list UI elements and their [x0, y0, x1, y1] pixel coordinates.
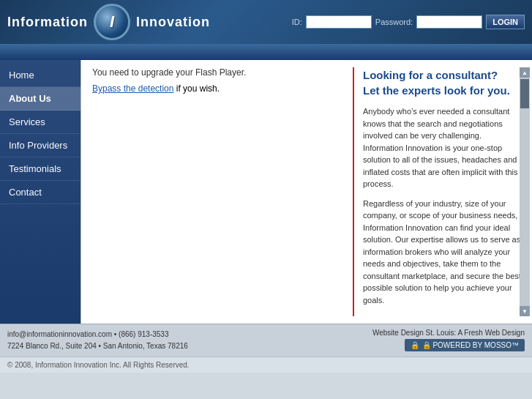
login-area: ID: Password: LOGIN [292, 15, 525, 29]
sidebar: Home About Us Services Info Providers Te… [0, 60, 80, 324]
footer-address: 7224 Blanco Rd., Suite 204 • San Antonio… [7, 340, 188, 352]
sidebar-item-contact[interactable]: Contact [0, 181, 80, 204]
consultant-paragraph-2: Regardless of your industry, size of you… [363, 198, 521, 307]
logo-circle: I [94, 4, 130, 40]
content-area: You need to upgrade your Flash Player. B… [80, 60, 532, 324]
website-design-text: Website Design St. Louis: A Fresh Web De… [372, 329, 525, 337]
flash-warning: You need to upgrade your Flash Player. [92, 67, 345, 78]
logo-letter: I [110, 12, 114, 31]
consultant-heading: Looking for a consultant? Let the expert… [363, 67, 521, 98]
copyright-bar: © 2008, Information Innovation Inc. All … [0, 357, 532, 373]
scrollbar[interactable]: ▲ ▼ [520, 67, 530, 316]
sidebar-item-testimonials[interactable]: Testimonials [0, 157, 80, 181]
password-label: Password: [375, 18, 413, 26]
navbar [0, 44, 532, 60]
logo-area: Information I Innovation [0, 4, 210, 40]
powered-by-text: 🔒 POWERED BY MOSSO™ [422, 341, 519, 349]
sidebar-item-services[interactable]: Services [0, 111, 80, 134]
lock-icon: 🔒 [411, 341, 419, 349]
login-button[interactable]: LOGIN [486, 15, 525, 29]
bypass-suffix: if you wish. [173, 83, 220, 94]
bypass-section: Bypass the detection if you wish. [92, 83, 345, 94]
password-input[interactable] [416, 15, 482, 29]
consultant-paragraph-1: Anybody who’s ever needed a consultant k… [363, 105, 521, 190]
id-input[interactable] [306, 15, 372, 29]
id-label: ID: [292, 18, 302, 26]
sidebar-item-home[interactable]: Home [0, 64, 80, 87]
content-right: Looking for a consultant? Let the expert… [353, 67, 521, 316]
sidebar-item-about-us[interactable]: About Us [0, 87, 80, 111]
footer-left: info@informationinnovation.com • (866) 9… [7, 329, 188, 352]
bypass-link[interactable]: Bypass the detection [92, 83, 173, 94]
footer-bar: info@informationinnovation.com • (866) 9… [0, 324, 532, 357]
mosso-badge: 🔒 🔒 POWERED BY MOSSO™ [405, 339, 525, 351]
scrollbar-thumb[interactable] [520, 79, 529, 108]
sidebar-item-info-providers[interactable]: Info Providers [0, 134, 80, 157]
footer-contact: info@informationinnovation.com • (866) 9… [7, 329, 188, 340]
scrollbar-up-button[interactable]: ▲ [520, 67, 530, 78]
main-layout: Home About Us Services Info Providers Te… [0, 60, 532, 324]
footer-right: Website Design St. Louis: A Fresh Web De… [372, 329, 525, 351]
content-left: You need to upgrade your Flash Player. B… [92, 67, 345, 316]
copyright-text: © 2008, Information Innovation Inc. All … [7, 361, 190, 369]
logo-text-right: Innovation [136, 15, 210, 30]
scrollbar-down-button[interactable]: ▼ [520, 306, 530, 316]
logo-text-left: Information [7, 15, 88, 30]
header: Information I Innovation ID: Password: L… [0, 0, 532, 44]
